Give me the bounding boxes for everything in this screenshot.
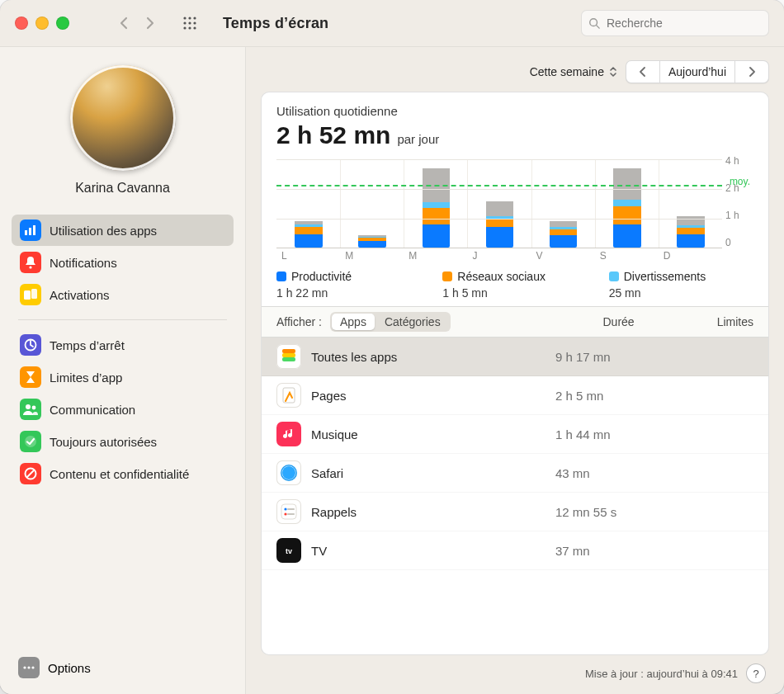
- app-list[interactable]: Toutes les apps9 h 17 mnPages2 h 5 mnMus…: [262, 338, 768, 654]
- options-button[interactable]: Options: [7, 650, 239, 685]
- sidebar-item-label: Notifications: [50, 256, 117, 270]
- sidebar-item-label: Contenu et confidentialité: [50, 467, 189, 481]
- avg-label: moy.: [730, 176, 750, 187]
- close-icon[interactable]: [15, 17, 28, 30]
- svg-point-2: [193, 17, 196, 19]
- bell-icon: [20, 252, 41, 273]
- x-axis: LMMJVSD: [276, 250, 722, 267]
- search-input[interactable]: [605, 16, 762, 31]
- moon-icon: [20, 334, 41, 356]
- sidebar-item-temps-d-arr-t[interactable]: Temps d’arrêt: [12, 329, 234, 361]
- svg-rect-11: [25, 230, 27, 235]
- svg-text:tv: tv: [286, 547, 292, 555]
- updated-label: Mise à jour : aujourd’hui à 09:41: [585, 668, 738, 680]
- svg-point-37: [284, 508, 286, 510]
- table-row[interactable]: Toutes les apps9 h 17 mn: [262, 338, 768, 376]
- app-name: TV: [311, 544, 555, 558]
- usage-card: Utilisation quotidienne 2 h 52 mn par jo…: [261, 92, 769, 655]
- svg-point-24: [27, 666, 30, 668]
- avg-line: [276, 185, 722, 186]
- svg-line-10: [597, 26, 600, 29]
- sidebar-item-limites-d-app[interactable]: Limites d’app: [12, 361, 234, 393]
- sidebar-item-label: Utilisation des apps: [50, 224, 157, 238]
- search-icon: [588, 17, 600, 29]
- app-duration: 9 h 17 mn: [555, 350, 704, 364]
- legend-item: Réseaux sociaux1 h 5 mn: [442, 270, 587, 300]
- next-day-button[interactable]: [735, 61, 768, 83]
- prev-day-button[interactable]: [626, 61, 659, 83]
- filter-label: Afficher :: [276, 315, 322, 328]
- col-limits: Limites: [717, 315, 753, 328]
- svg-line-22: [27, 470, 35, 478]
- sidebar-item-label: Limites d’app: [50, 371, 122, 385]
- window: Temps d’écran Karina Cavanna Utilisation…: [0, 0, 784, 694]
- sidebar-separator: [18, 319, 227, 320]
- summary-title: Utilisation quotidienne: [276, 104, 753, 118]
- sidebar-item-utilisation-des-apps[interactable]: Utilisation des apps: [12, 215, 234, 246]
- devices-icon: [20, 284, 41, 305]
- sidebar-item-notifications[interactable]: Notifications: [12, 247, 234, 278]
- page-title: Temps d’écran: [223, 15, 328, 32]
- nav-controls: [112, 13, 162, 34]
- tab-apps[interactable]: Apps: [332, 314, 375, 330]
- search-field[interactable]: [581, 10, 769, 36]
- y-axis: 4 h2 h1 h0moy.: [725, 155, 753, 248]
- svg-point-4: [188, 21, 191, 24]
- sidebar-item-label: Toujours autorisées: [50, 435, 157, 449]
- legend-item: Divertissements25 mn: [609, 270, 753, 300]
- svg-point-25: [31, 666, 34, 668]
- tab-categories[interactable]: Catégories: [376, 314, 449, 330]
- app-duration: 37 mn: [555, 544, 704, 558]
- apps-grid-icon[interactable]: [182, 15, 198, 31]
- titlebar: Temps d’écran: [0, 0, 784, 47]
- options-label: Options: [48, 661, 91, 675]
- svg-point-18: [26, 404, 31, 409]
- help-button[interactable]: ?: [746, 663, 766, 683]
- table-row[interactable]: Pages2 h 5 mn: [262, 376, 768, 415]
- minimize-icon[interactable]: [35, 17, 49, 30]
- app-icon: [276, 344, 301, 369]
- avatar[interactable]: [70, 65, 176, 171]
- table-header: Afficher : Apps Catégories Durée Limites: [262, 306, 768, 338]
- zoom-icon[interactable]: [56, 17, 69, 30]
- col-duration: Durée: [603, 315, 635, 328]
- svg-rect-13: [33, 225, 35, 235]
- sidebar-item-label: Temps d’arrêt: [50, 338, 125, 352]
- sidebar-item-contenu-et-confidentialit-[interactable]: Contenu et confidentialité: [12, 458, 234, 489]
- svg-point-23: [23, 666, 26, 668]
- table-row[interactable]: tvTV37 mn: [262, 531, 768, 570]
- sidebar-item-label: Activations: [50, 288, 110, 302]
- sidebar-item-label: Communication: [50, 403, 135, 417]
- forward-button[interactable]: [139, 13, 162, 34]
- table-row[interactable]: Safari43 mn: [262, 454, 768, 493]
- app-name: Musique: [311, 427, 555, 441]
- people-icon: [20, 399, 41, 420]
- svg-point-8: [193, 26, 196, 29]
- view-tabs: Apps Catégories: [330, 312, 451, 332]
- svg-rect-16: [31, 289, 37, 299]
- app-icon: [276, 499, 301, 524]
- current-day-button[interactable]: Aujourd’hui: [659, 61, 735, 83]
- app-name: Safari: [311, 466, 555, 480]
- svg-point-38: [284, 512, 286, 515]
- svg-rect-12: [29, 228, 31, 235]
- app-icon: [276, 460, 301, 485]
- svg-point-6: [183, 26, 186, 29]
- table-row[interactable]: Musique1 h 44 mn: [262, 415, 768, 454]
- legend: Productivité1 h 22 mnRéseaux sociaux1 h …: [276, 270, 753, 300]
- back-button[interactable]: [112, 13, 135, 34]
- svg-point-7: [188, 26, 191, 29]
- svg-point-19: [32, 406, 36, 410]
- sidebar-item-communication[interactable]: Communication: [12, 394, 234, 425]
- user-name: Karina Cavanna: [7, 181, 239, 196]
- sidebar-item-toujours-autoris-es[interactable]: Toujours autorisées: [12, 426, 234, 457]
- app-icon: tv: [276, 538, 301, 563]
- svg-point-0: [183, 17, 186, 19]
- svg-rect-26: [282, 357, 295, 361]
- period-select[interactable]: Cette semaine: [530, 65, 617, 78]
- svg-point-5: [193, 21, 196, 24]
- table-row[interactable]: Rappels12 mn 55 s: [262, 493, 768, 531]
- sidebar-item-activations[interactable]: Activations: [12, 279, 234, 310]
- legend-item: Productivité1 h 22 mn: [276, 270, 421, 300]
- period-label: Cette semaine: [530, 65, 604, 78]
